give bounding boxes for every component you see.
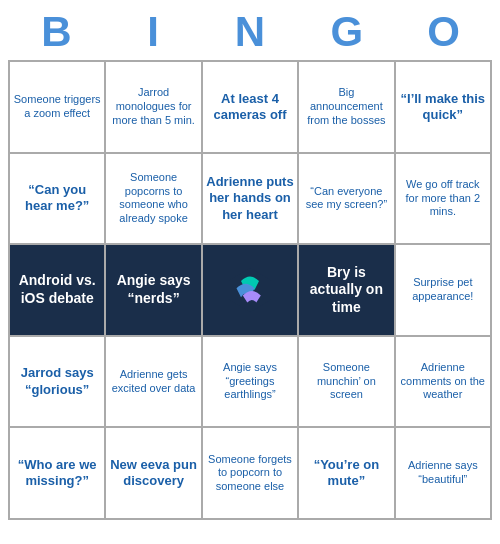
bingo-title: B I N G O <box>8 8 492 56</box>
bingo-cell[interactable]: Adrienne puts her hands on her heart <box>202 153 298 245</box>
bingo-cell[interactable]: Android vs. iOS debate <box>9 244 105 336</box>
letter-g: G <box>303 8 391 56</box>
bingo-cell[interactable]: Someone forgets to popcorn to someone el… <box>202 427 298 519</box>
bingo-cell[interactable]: Adrienne comments on the weather <box>395 336 491 428</box>
bingo-cell[interactable]: Jarrod says “glorious” <box>9 336 105 428</box>
bingo-cell[interactable]: Angie says “nerds” <box>105 244 201 336</box>
bingo-cell[interactable]: Jarrod monologues for more than 5 min. <box>105 61 201 153</box>
letter-b: B <box>12 8 100 56</box>
bingo-grid: Someone triggers a zoom effectJarrod mon… <box>8 60 492 520</box>
bingo-cell[interactable]: Adrienne says “beautiful” <box>395 427 491 519</box>
bingo-cell[interactable] <box>202 244 298 336</box>
bingo-cell[interactable]: Angie says “greetings earthlings” <box>202 336 298 428</box>
bingo-cell[interactable]: “Can everyone see my screen?” <box>298 153 394 245</box>
bingo-cell[interactable]: Someone popcorns to someone who already … <box>105 153 201 245</box>
bingo-cell[interactable]: Big announcement from the bosses <box>298 61 394 153</box>
bingo-cell[interactable]: New eeva pun discovery <box>105 427 201 519</box>
bingo-cell[interactable]: At least 4 cameras off <box>202 61 298 153</box>
letter-o: O <box>400 8 488 56</box>
letter-n: N <box>206 8 294 56</box>
bingo-cell[interactable]: Surprise pet appearance! <box>395 244 491 336</box>
bingo-cell[interactable]: “I’ll make this quick” <box>395 61 491 153</box>
bingo-cell[interactable]: Someone munchin’ on screen <box>298 336 394 428</box>
bingo-cell[interactable]: We go off track for more than 2 mins. <box>395 153 491 245</box>
bingo-cell[interactable]: “Can you hear me?” <box>9 153 105 245</box>
bingo-cell[interactable]: Adrienne gets excited over data <box>105 336 201 428</box>
bingo-cell[interactable]: “You’re on mute” <box>298 427 394 519</box>
letter-i: I <box>109 8 197 56</box>
bingo-cell[interactable]: Someone triggers a zoom effect <box>9 61 105 153</box>
bingo-cell[interactable]: Bry is actually on time <box>298 244 394 336</box>
bingo-cell[interactable]: “Who are we missing?” <box>9 427 105 519</box>
